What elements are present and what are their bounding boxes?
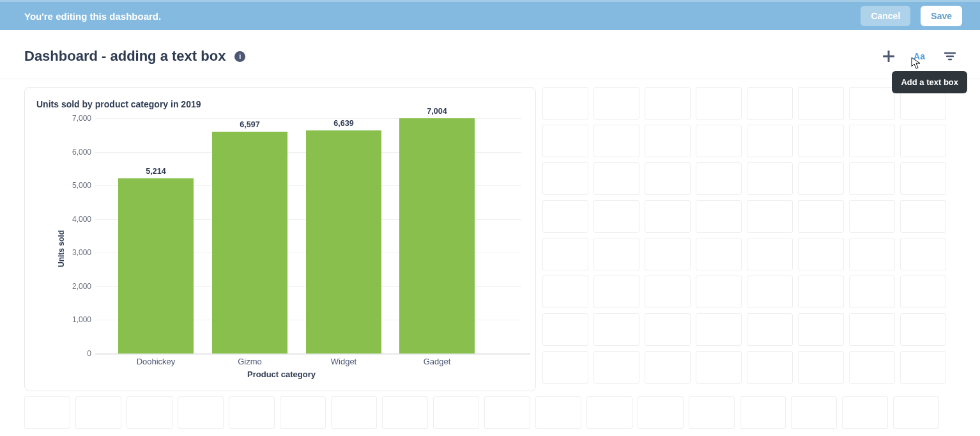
cancel-button[interactable]: Cancel xyxy=(861,6,910,26)
grid-cell[interactable] xyxy=(696,351,742,384)
grid-cell[interactable] xyxy=(798,276,844,308)
y-tick: 2,000 xyxy=(72,282,91,291)
grid-cell[interactable] xyxy=(586,396,632,429)
grid-cell[interactable] xyxy=(747,351,793,384)
grid-cell[interactable] xyxy=(798,200,844,233)
grid-cell[interactable] xyxy=(900,162,946,195)
placeholder-grid-bottom[interactable] xyxy=(24,396,957,429)
grid-cell[interactable] xyxy=(542,200,588,233)
chart-card[interactable]: Units sold by product category in 2019 U… xyxy=(24,87,536,391)
grid-cell[interactable] xyxy=(798,87,844,120)
add-card-button[interactable] xyxy=(882,49,896,63)
grid-cell[interactable] xyxy=(331,396,377,429)
grid-cell[interactable] xyxy=(740,396,786,429)
grid-cell[interactable] xyxy=(791,396,837,429)
grid-cell[interactable] xyxy=(542,313,588,346)
grid-cell[interactable] xyxy=(593,313,639,346)
grid-cell[interactable] xyxy=(798,313,844,346)
grid-cell[interactable] xyxy=(593,87,639,120)
grid-cell[interactable] xyxy=(433,396,479,429)
grid-cell[interactable] xyxy=(696,125,742,157)
dashboard-title[interactable]: Dashboard - adding a text box xyxy=(24,48,226,65)
grid-cell[interactable] xyxy=(798,238,844,270)
grid-cell[interactable] xyxy=(75,396,121,429)
grid-cell[interactable] xyxy=(24,396,70,429)
grid-cell[interactable] xyxy=(849,276,895,308)
filter-button[interactable] xyxy=(943,49,957,63)
grid-cell[interactable] xyxy=(842,396,888,429)
grid-cell[interactable] xyxy=(849,87,895,120)
grid-cell[interactable] xyxy=(747,313,793,346)
grid-cell[interactable] xyxy=(593,162,639,195)
grid-cell[interactable] xyxy=(696,276,742,308)
grid-cell[interactable] xyxy=(893,396,939,429)
grid-cell[interactable] xyxy=(798,162,844,195)
grid-cell[interactable] xyxy=(542,238,588,270)
grid-cell[interactable] xyxy=(747,276,793,308)
bar[interactable]: 6,639 xyxy=(306,130,381,354)
grid-cell[interactable] xyxy=(645,276,691,308)
grid-cell[interactable] xyxy=(900,125,946,157)
grid-cell[interactable] xyxy=(645,238,691,270)
grid-cell[interactable] xyxy=(638,396,684,429)
grid-cell[interactable] xyxy=(696,87,742,120)
bar-group: 5,214 xyxy=(118,178,194,354)
grid-cell[interactable] xyxy=(542,276,588,308)
info-icon[interactable]: i xyxy=(234,51,245,62)
grid-cell[interactable] xyxy=(747,87,793,120)
grid-cell[interactable] xyxy=(798,351,844,384)
grid-cell[interactable] xyxy=(645,162,691,195)
grid-cell[interactable] xyxy=(689,396,735,429)
grid-cell[interactable] xyxy=(900,313,946,346)
grid-cell[interactable] xyxy=(747,162,793,195)
bar[interactable]: 7,004 xyxy=(399,118,475,354)
grid-cell[interactable] xyxy=(696,313,742,346)
grid-cell[interactable] xyxy=(382,396,428,429)
grid-cell[interactable] xyxy=(484,396,530,429)
cursor-icon xyxy=(911,57,922,70)
grid-cell[interactable] xyxy=(798,125,844,157)
grid-cell[interactable] xyxy=(696,238,742,270)
grid-cell[interactable] xyxy=(849,162,895,195)
title-wrap: Dashboard - adding a text box i xyxy=(24,48,245,65)
grid-cell[interactable] xyxy=(747,200,793,233)
grid-cell[interactable] xyxy=(593,351,639,384)
grid-cell[interactable] xyxy=(593,200,639,233)
banner-actions: Cancel Save xyxy=(861,6,962,26)
placeholder-grid-right[interactable] xyxy=(542,87,946,384)
grid-cell[interactable] xyxy=(696,200,742,233)
grid-cell[interactable] xyxy=(645,313,691,346)
grid-cell[interactable] xyxy=(900,351,946,384)
grid-cell[interactable] xyxy=(645,200,691,233)
grid-cell[interactable] xyxy=(542,125,588,157)
grid-cell[interactable] xyxy=(849,351,895,384)
grid-cell[interactable] xyxy=(645,125,691,157)
grid-cell[interactable] xyxy=(696,162,742,195)
grid-cell[interactable] xyxy=(542,162,588,195)
bar-group: 6,639 xyxy=(306,130,381,354)
grid-cell[interactable] xyxy=(280,396,326,429)
bar[interactable]: 5,214 xyxy=(118,178,194,354)
grid-cell[interactable] xyxy=(849,200,895,233)
bar[interactable]: 6,597 xyxy=(212,132,287,354)
grid-cell[interactable] xyxy=(900,200,946,233)
grid-cell[interactable] xyxy=(535,396,581,429)
grid-cell[interactable] xyxy=(229,396,275,429)
grid-cell[interactable] xyxy=(593,125,639,157)
grid-cell[interactable] xyxy=(849,238,895,270)
grid-cell[interactable] xyxy=(747,125,793,157)
grid-cell[interactable] xyxy=(900,238,946,270)
grid-cell[interactable] xyxy=(645,351,691,384)
grid-cell[interactable] xyxy=(747,238,793,270)
grid-cell[interactable] xyxy=(900,276,946,308)
grid-cell[interactable] xyxy=(645,87,691,120)
save-button[interactable]: Save xyxy=(921,6,962,26)
grid-cell[interactable] xyxy=(542,351,588,384)
grid-cell[interactable] xyxy=(593,276,639,308)
grid-cell[interactable] xyxy=(178,396,224,429)
grid-cell[interactable] xyxy=(849,313,895,346)
grid-cell[interactable] xyxy=(126,396,172,429)
grid-cell[interactable] xyxy=(593,238,639,270)
grid-cell[interactable] xyxy=(849,125,895,157)
grid-cell[interactable] xyxy=(542,87,588,120)
